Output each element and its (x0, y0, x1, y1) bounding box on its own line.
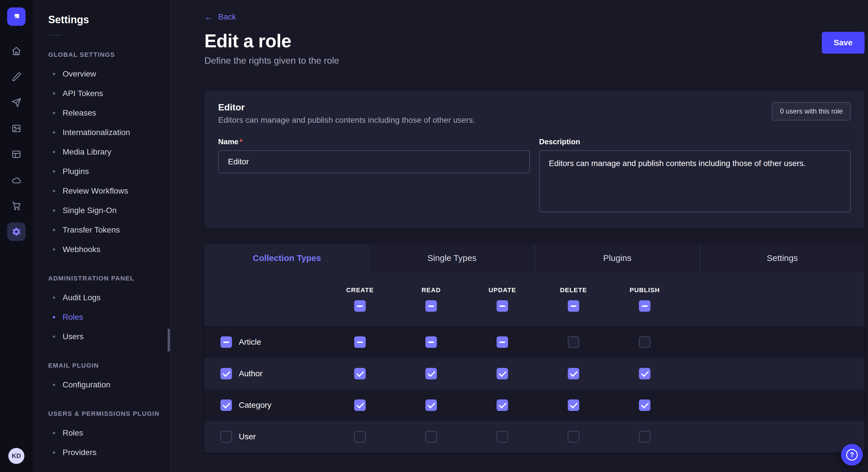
permission-checkbox[interactable] (354, 336, 366, 348)
cloud-icon (11, 175, 21, 185)
section-global-settings: GLOBAL SETTINGS Overview API Tokens Rele… (33, 51, 170, 259)
permission-checkbox[interactable] (639, 400, 650, 411)
nav-media-library[interactable] (7, 119, 26, 138)
nav-deploy[interactable] (7, 94, 26, 112)
sidebar-item-audit-logs[interactable]: Audit Logs (33, 288, 170, 307)
bullet-icon (53, 112, 55, 114)
section-email-plugin: EMAIL PLUGIN Configuration (33, 362, 170, 395)
main-content: ← Back Edit a role Define the rights giv… (171, 0, 868, 472)
permission-checkbox[interactable] (497, 431, 508, 442)
sidebar-item-api-tokens[interactable]: API Tokens (33, 84, 170, 103)
permission-checkbox[interactable] (568, 368, 579, 379)
permissions-header-row: CREATE READ UPDATE DELETE PUBLISH (205, 272, 865, 326)
bullet-icon (53, 229, 55, 231)
permission-checkbox[interactable] (568, 336, 579, 348)
media-library-icon (11, 124, 21, 133)
permission-checkbox[interactable] (425, 368, 437, 379)
nav-content-type-builder[interactable] (7, 145, 26, 164)
column-select-all-checkbox[interactable] (354, 300, 366, 312)
row-label: Category (239, 401, 272, 410)
sidebar-item-internationalization[interactable]: Internationalization (33, 123, 170, 142)
permission-checkbox[interactable] (639, 368, 650, 379)
nav-content-manager[interactable] (7, 68, 26, 86)
column-select-all-checkbox[interactable] (639, 300, 650, 312)
section-heading: USERS & PERMISSIONS PLUGIN (33, 410, 170, 417)
bullet-icon (53, 248, 55, 250)
back-link[interactable]: ← Back (205, 12, 236, 22)
column-header: UPDATE (489, 286, 516, 294)
permission-row-author: Author (205, 358, 865, 390)
permission-checkbox[interactable] (354, 400, 366, 411)
description-label: Description (539, 137, 851, 146)
sidebar-item-overview[interactable]: Overview (33, 64, 170, 84)
tab-plugins[interactable]: Plugins (534, 244, 700, 272)
sidebar-item-providers[interactable]: Providers (33, 443, 170, 462)
sidebar-item-transfer-tokens[interactable]: Transfer Tokens (33, 220, 170, 240)
section-administration-panel: ADMINISTRATION PANEL Audit Logs Roles Us… (33, 275, 170, 346)
section-heading: ADMINISTRATION PANEL (33, 275, 170, 282)
permission-checkbox[interactable] (354, 431, 366, 442)
help-button[interactable]: ? (841, 444, 863, 466)
column-select-all-checkbox[interactable] (425, 300, 437, 312)
permission-checkbox[interactable] (425, 431, 437, 442)
permission-checkbox[interactable] (497, 368, 508, 379)
sidebar-item-plugins[interactable]: Plugins (33, 162, 170, 181)
tab-collection-types[interactable]: Collection Types (205, 244, 369, 272)
settings-sidebar: Settings GLOBAL SETTINGS Overview API To… (33, 0, 171, 472)
marketplace-icon (11, 201, 21, 211)
name-label: Name* (218, 137, 530, 146)
nav-cloud[interactable] (7, 171, 26, 189)
bullet-icon (53, 297, 55, 299)
row-select-checkbox[interactable] (220, 368, 232, 379)
row-select-checkbox[interactable] (220, 431, 232, 442)
section-heading: EMAIL PLUGIN (33, 362, 170, 369)
role-details-card: Editor Editors can manage and publish co… (205, 91, 865, 228)
row-label: Author (239, 369, 262, 378)
sidebar-item-single-sign-on[interactable]: Single Sign-On (33, 201, 170, 220)
permission-checkbox[interactable] (425, 400, 437, 411)
permission-checkbox[interactable] (425, 336, 437, 348)
permission-checkbox[interactable] (354, 368, 366, 379)
sidebar-item-users[interactable]: Users (33, 327, 170, 346)
permission-checkbox[interactable] (639, 431, 650, 442)
sidebar-scrollbar-thumb[interactable] (167, 329, 170, 351)
user-avatar[interactable]: KD (8, 448, 24, 464)
page-title: Edit a role (205, 30, 339, 52)
nav-settings[interactable] (7, 223, 26, 241)
sidebar-item-configuration[interactable]: Configuration (33, 375, 170, 395)
permission-checkbox[interactable] (497, 336, 508, 348)
column-select-all-checkbox[interactable] (568, 300, 579, 312)
name-input[interactable] (218, 150, 530, 173)
sidebar-item-media-library[interactable]: Media Library (33, 142, 170, 162)
nav-marketplace[interactable] (7, 197, 26, 215)
tab-settings[interactable]: Settings (700, 244, 865, 272)
bullet-icon (53, 151, 55, 153)
settings-icon (11, 227, 21, 237)
sidebar-item-up-roles[interactable]: Roles (33, 423, 170, 443)
content-manager-icon (11, 72, 21, 82)
nav-home[interactable] (7, 42, 26, 60)
permission-checkbox[interactable] (639, 336, 650, 348)
bullet-icon (53, 131, 55, 134)
tab-single-types[interactable]: Single Types (369, 244, 534, 272)
permission-checkbox[interactable] (568, 431, 579, 442)
permission-row-category: Category (205, 390, 865, 421)
row-select-checkbox[interactable] (220, 400, 232, 411)
back-arrow-icon: ← (205, 12, 213, 21)
save-button[interactable]: Save (822, 32, 865, 54)
sidebar-item-releases[interactable]: Releases (33, 103, 170, 123)
sidebar-item-roles[interactable]: Roles (33, 307, 170, 327)
permission-checkbox[interactable] (497, 400, 508, 411)
sidebar-item-webhooks[interactable]: Webhooks (33, 240, 170, 259)
permission-checkbox[interactable] (568, 400, 579, 411)
description-textarea[interactable]: Editors can manage and publish contents … (539, 150, 851, 212)
row-select-checkbox[interactable] (220, 336, 232, 348)
home-icon (11, 46, 21, 56)
column-header: PUBLISH (630, 286, 660, 294)
content-type-builder-icon (11, 149, 21, 159)
row-label: Article (239, 338, 261, 347)
strapi-logo[interactable] (7, 7, 26, 26)
column-select-all-checkbox[interactable] (497, 300, 508, 312)
sidebar-item-review-workflows[interactable]: Review Workflows (33, 181, 170, 201)
users-count-badge[interactable]: 0 users with this role (772, 102, 851, 121)
